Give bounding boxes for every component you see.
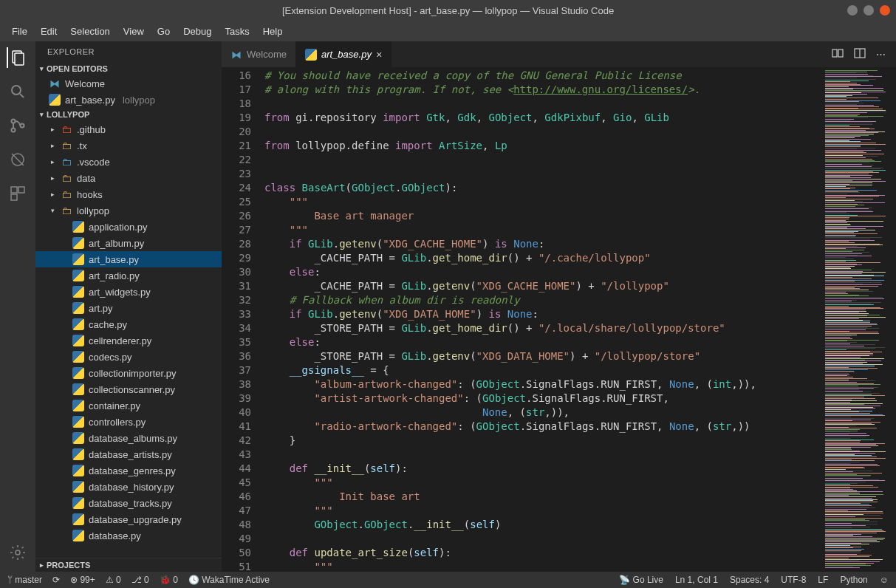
tab-welcome[interactable]: ⧓ Welcome — [222, 41, 296, 67]
tree-file-database_tracks-py[interactable]: database_tracks.py — [35, 495, 222, 511]
python-icon — [72, 481, 84, 493]
tree-file-application-py[interactable]: application.py — [35, 219, 222, 235]
menu-debug[interactable]: Debug — [177, 23, 217, 40]
python-icon — [72, 416, 84, 428]
tree-file-database_artists-py[interactable]: database_artists.py — [35, 446, 222, 462]
status-debug[interactable]: 🐞 0 — [160, 575, 178, 585]
tree-file-collectionimporter-py[interactable]: collectionimporter.py — [35, 365, 222, 381]
tree-file-database-py[interactable]: database.py — [35, 527, 222, 544]
python-icon — [72, 318, 84, 330]
open-editor-welcome[interactable]: ⧓ Welcome — [35, 75, 222, 92]
menu-go[interactable]: Go — [151, 23, 176, 40]
python-icon — [72, 270, 84, 281]
python-icon — [72, 221, 84, 233]
vs-icon: ⧓ — [49, 78, 61, 89]
tab-artbase[interactable]: art_base.py × — [296, 41, 391, 67]
svg-point-2 — [12, 86, 21, 95]
folder-icon: 🗀 — [61, 188, 72, 200]
tree-file-art_widgets-py[interactable]: art_widgets.py — [35, 284, 222, 300]
python-icon — [72, 335, 84, 346]
status-sync-icon[interactable]: ⟳ — [52, 575, 60, 585]
status-encoding[interactable]: UTF-8 — [781, 575, 806, 585]
open-editor-artbase[interactable]: art_base.py lollypop — [35, 92, 222, 108]
python-icon — [72, 432, 84, 444]
chevron-down-icon: ▾ — [40, 111, 44, 118]
tree-file-art_album-py[interactable]: art_album.py — [35, 235, 222, 251]
status-errors[interactable]: ⊗ 99+ — [70, 575, 95, 585]
folder-icon: 🗀 — [61, 123, 72, 135]
tree-folder-.vscode[interactable]: ▸🗀.vscode — [35, 154, 222, 170]
menu-view[interactable]: View — [117, 23, 150, 40]
status-branch[interactable]: ᛘ master — [7, 575, 42, 585]
tree-file-database_history-py[interactable]: database_history.py — [35, 479, 222, 495]
menu-tasks[interactable]: Tasks — [219, 23, 255, 40]
tree-folder-hooks[interactable]: ▸🗀hooks — [35, 186, 222, 202]
close-icon[interactable] — [880, 5, 890, 16]
titlebar: [Extension Development Host] - art_base.… — [0, 0, 896, 21]
tree-file-collectionscanner-py[interactable]: collectionscanner.py — [35, 381, 222, 397]
tree-file-container-py[interactable]: container.py — [35, 397, 222, 414]
tree-file-cache-py[interactable]: cache.py — [35, 316, 222, 332]
split-icon[interactable] — [854, 47, 866, 61]
compare-icon[interactable] — [832, 47, 844, 61]
svg-point-5 — [12, 129, 16, 132]
status-git-changes[interactable]: ⎇ 0 — [131, 575, 149, 585]
status-lang[interactable]: Python — [840, 575, 867, 585]
python-icon — [49, 94, 61, 106]
tree-file-database_upgrade-py[interactable]: database_upgrade.py — [35, 511, 222, 527]
explorer-icon[interactable] — [7, 47, 27, 68]
tree-file-cellrenderer-py[interactable]: cellrenderer.py — [35, 332, 222, 349]
tree-folder-data[interactable]: ▸🗀data — [35, 170, 222, 186]
code-editor[interactable]: # You should have received a copy of the… — [264, 67, 822, 572]
feedback-icon[interactable]: ☺ — [880, 575, 889, 585]
svg-point-12 — [16, 550, 20, 555]
status-golive[interactable]: 📡 Go Live — [619, 575, 663, 585]
folder-icon: 🗀 — [61, 205, 72, 216]
folder-icon: 🗀 — [61, 172, 72, 184]
tree-folder-.tx[interactable]: ▸🗀.tx — [35, 137, 222, 154]
sidebar-title: EXPLORER — [35, 41, 222, 62]
settings-icon[interactable] — [7, 542, 28, 563]
search-icon[interactable] — [7, 81, 28, 102]
tree-file-art-py[interactable]: art.py — [35, 300, 222, 316]
extensions-icon[interactable] — [7, 183, 28, 204]
python-icon — [72, 383, 84, 395]
menu-file[interactable]: File — [6, 23, 33, 40]
status-wakatime[interactable]: 🕓 WakaTime Active — [188, 575, 270, 585]
more-icon[interactable]: ⋯ — [876, 49, 886, 60]
projects-header[interactable]: ▸ PROJECTS — [35, 558, 222, 572]
status-eol[interactable]: LF — [818, 575, 828, 585]
tree-file-database_albums-py[interactable]: database_albums.py — [35, 430, 222, 446]
menu-selection[interactable]: Selection — [64, 23, 115, 40]
menu-help[interactable]: Help — [257, 23, 289, 40]
svg-rect-13 — [832, 49, 837, 57]
status-spaces[interactable]: Spaces: 4 — [730, 575, 769, 585]
debug-icon[interactable] — [7, 149, 28, 170]
python-icon — [72, 302, 84, 314]
svg-rect-11 — [11, 194, 17, 200]
window-title: [Extension Development Host] - art_base.… — [282, 5, 614, 16]
tree-file-art_radio-py[interactable]: art_radio.py — [35, 267, 222, 284]
minimize-icon[interactable] — [847, 5, 858, 16]
minimap[interactable] — [822, 67, 896, 572]
tree-file-controllers-py[interactable]: controllers.py — [35, 414, 222, 430]
python-icon — [72, 530, 84, 541]
workspace-header[interactable]: ▾ LOLLYPOP — [35, 108, 222, 121]
tree-file-database_genres-py[interactable]: database_genres.py — [35, 462, 222, 479]
tree-folder-.github[interactable]: ▸🗀.github — [35, 121, 222, 137]
tree-file-codecs-py[interactable]: codecs.py — [35, 349, 222, 365]
tree-folder-lollypop[interactable]: ▾🗀lollypop — [35, 202, 222, 219]
window-controls — [847, 5, 890, 16]
scm-icon[interactable] — [7, 115, 28, 136]
svg-rect-1 — [15, 53, 24, 65]
tabs: ⧓ Welcome art_base.py × ⋯ — [222, 41, 896, 67]
maximize-icon[interactable] — [863, 5, 874, 16]
close-tab-icon[interactable]: × — [376, 49, 382, 61]
status-warnings[interactable]: ⚠ 0 — [106, 575, 121, 585]
open-editors-header[interactable]: ▾ OPEN EDITORS — [35, 62, 222, 75]
status-cursor[interactable]: Ln 1, Col 1 — [675, 575, 718, 585]
tree-file-art_base-py[interactable]: art_base.py — [35, 251, 222, 267]
python-icon — [72, 351, 84, 363]
menu-edit[interactable]: Edit — [35, 23, 63, 40]
svg-point-4 — [12, 120, 16, 123]
